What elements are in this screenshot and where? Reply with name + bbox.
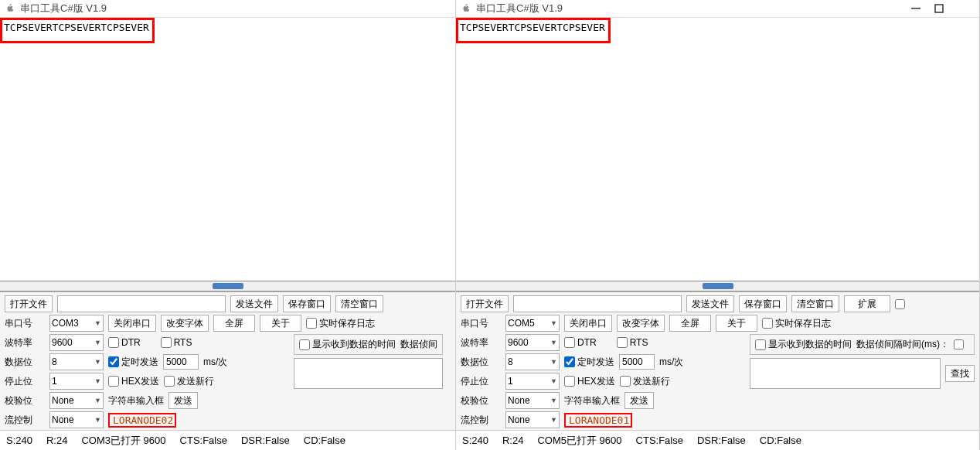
close-port-button[interactable]: 关闭串口: [564, 315, 612, 332]
left-pane: 串口工具C#版 V1.9 TCPSEVERTCPSEVERTCPSEVER 打开…: [0, 0, 456, 450]
status-dsr: DSR:False: [697, 435, 746, 446]
timed-send-checkbox[interactable]: 定时发送: [564, 356, 614, 369]
hex-send-checkbox[interactable]: HEX发送: [564, 375, 615, 388]
port-select[interactable]: COM5▼: [505, 315, 560, 332]
titlebar-right: 串口工具C#版 V1.9 ✕: [456, 0, 979, 17]
parity-select[interactable]: None▼: [49, 392, 104, 409]
node-text: LORANODE02: [111, 414, 173, 426]
splitter[interactable]: [0, 281, 455, 291]
send-input[interactable]: [750, 358, 941, 389]
chevron-down-icon: ▼: [550, 358, 557, 366]
fullscreen-button[interactable]: 全屏: [669, 315, 711, 332]
splitter[interactable]: [456, 281, 979, 291]
chevron-down-icon: ▼: [550, 397, 557, 404]
change-font-button[interactable]: 改变字体: [161, 315, 209, 332]
databits-label: 数据位: [5, 356, 45, 369]
baud-label: 波特率: [461, 336, 501, 349]
status-cd: CD:False: [304, 435, 345, 446]
show-recv-time-checkbox[interactable]: 显示收到数据的时间: [755, 338, 852, 351]
parity-label: 校验位: [461, 394, 501, 407]
receive-area[interactable]: TCPSEVERTCPSEVERTCPSEVER: [0, 17, 455, 281]
chevron-down-icon: ▼: [550, 377, 557, 385]
app-icon: [461, 3, 471, 14]
rts-checkbox[interactable]: RTS: [617, 337, 648, 348]
port-select[interactable]: COM3▼: [49, 315, 104, 332]
send-button[interactable]: 发送: [168, 392, 198, 409]
interval-input[interactable]: [163, 354, 199, 370]
stopbits-select[interactable]: 1▼: [505, 373, 560, 390]
timed-send-checkbox[interactable]: 定时发送: [108, 356, 158, 369]
change-font-button[interactable]: 改变字体: [617, 315, 665, 332]
close-port-button[interactable]: 关闭串口: [108, 315, 156, 332]
about-button[interactable]: 关于: [716, 315, 757, 332]
baud-select[interactable]: 9600▼: [49, 334, 104, 351]
send-newline-checkbox[interactable]: 发送新行: [620, 375, 670, 388]
controls-panel: 打开文件 发送文件 保存窗口 清空窗口 串口号 COM3▼ 关闭串口 改变字体 …: [0, 291, 455, 430]
stopbits-select[interactable]: 1▼: [49, 373, 104, 390]
receive-highlight: TCPSEVERTCPSEVERTCPSEVER: [0, 18, 155, 43]
controls-panel: 打开文件 发送文件 保存窗口 清空窗口 扩展 串口号 COM5▼ 关闭串口 改变…: [456, 291, 979, 430]
databits-select[interactable]: 8▼: [49, 353, 104, 370]
string-input-label: 字符串输入框: [108, 394, 164, 407]
status-cd: CD:False: [760, 435, 801, 446]
recv-interval-label: 数据侦间隔时间(ms)：: [856, 338, 949, 351]
send-newline-checkbox[interactable]: 发送新行: [164, 375, 214, 388]
show-recv-time-checkbox[interactable]: 显示收到数据的时间: [299, 338, 396, 351]
realtime-save-checkbox[interactable]: 实时保存日志: [306, 317, 375, 330]
send-file-button[interactable]: 发送文件: [230, 295, 278, 312]
port-label: 串口号: [461, 317, 501, 330]
rts-checkbox[interactable]: RTS: [161, 337, 192, 348]
minimize-icon[interactable]: [911, 4, 920, 13]
send-button[interactable]: 发送: [624, 392, 654, 409]
titlebar-left: 串口工具C#版 V1.9: [0, 0, 455, 17]
parity-select[interactable]: None▼: [505, 392, 560, 409]
stopbits-label: 停止位: [5, 375, 45, 388]
flowctrl-label: 流控制: [461, 414, 501, 427]
save-window-button[interactable]: 保存窗口: [739, 295, 787, 312]
status-dsr: DSR:False: [241, 435, 290, 446]
grip-icon: [703, 283, 733, 289]
node-highlight: LORANODE02: [108, 413, 176, 428]
find-button[interactable]: 查找: [945, 365, 975, 382]
about-button[interactable]: 关于: [260, 315, 301, 332]
chevron-down-icon: ▼: [94, 397, 101, 404]
chevron-down-icon: ▼: [94, 377, 101, 385]
receive-area[interactable]: TCPSEVERTCPSEVERTCPSEVER: [456, 17, 979, 281]
file-path-input[interactable]: [57, 295, 226, 312]
open-file-button[interactable]: 打开文件: [461, 295, 509, 312]
receive-highlight: TCPSEVERTCPSEVERTCPSEVER: [456, 18, 611, 43]
app-icon: [5, 3, 15, 14]
recv-interval-checkbox[interactable]: [954, 339, 964, 349]
statusbar: S:240 R:24 COM5已打开 9600 CTS:False DSR:Fa…: [456, 430, 979, 450]
realtime-save-checkbox[interactable]: 实时保存日志: [762, 317, 831, 330]
interval-input[interactable]: [619, 354, 655, 370]
chevron-down-icon: ▼: [550, 319, 557, 327]
status-port: COM3已打开 9600: [81, 434, 165, 448]
parity-label: 校验位: [5, 394, 45, 407]
send-file-button[interactable]: 发送文件: [686, 295, 734, 312]
flowctrl-select[interactable]: None▼: [505, 411, 560, 428]
recv-options-group: 显示收到数据的时间 数据侦间隔时间(ms)：: [750, 334, 975, 355]
clear-window-button[interactable]: 清空窗口: [791, 295, 839, 312]
flowctrl-select[interactable]: None▼: [49, 411, 104, 428]
fullscreen-button[interactable]: 全屏: [213, 315, 255, 332]
dtr-checkbox[interactable]: DTR: [108, 337, 141, 348]
expand-checkbox[interactable]: [895, 299, 905, 309]
status-s: S:240: [462, 435, 488, 446]
send-input[interactable]: [294, 358, 443, 389]
databits-label: 数据位: [461, 356, 501, 369]
string-input-label: 字符串输入框: [564, 394, 620, 407]
open-file-button[interactable]: 打开文件: [5, 295, 53, 312]
file-path-input[interactable]: [513, 295, 682, 312]
maximize-icon[interactable]: [934, 4, 944, 13]
baud-select[interactable]: 9600▼: [505, 334, 560, 351]
databits-select[interactable]: 8▼: [505, 353, 560, 370]
svg-rect-1: [935, 5, 943, 12]
hex-send-checkbox[interactable]: HEX发送: [108, 375, 159, 388]
clear-window-button[interactable]: 清空窗口: [335, 295, 383, 312]
save-window-button[interactable]: 保存窗口: [283, 295, 331, 312]
dtr-checkbox[interactable]: DTR: [564, 337, 597, 348]
status-cts: CTS:False: [636, 435, 683, 446]
status-r: R:24: [502, 435, 523, 446]
expand-button[interactable]: 扩展: [844, 295, 890, 312]
